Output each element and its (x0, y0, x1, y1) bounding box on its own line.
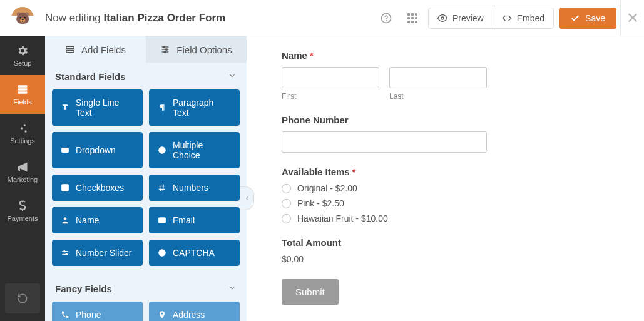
svg-point-2 (441, 17, 444, 19)
close-icon[interactable]: ✕ (620, 0, 644, 36)
save-button[interactable]: Save (559, 8, 616, 29)
phone-input[interactable] (282, 131, 487, 153)
embed-button[interactable]: Embed (493, 8, 553, 28)
field-dropdown[interactable]: Dropdown (52, 132, 143, 168)
submit-button[interactable]: Submit (282, 279, 339, 305)
field-number-slider[interactable]: Number Slider (52, 240, 143, 266)
help-icon[interactable] (376, 8, 397, 29)
svg-point-25 (64, 251, 65, 252)
nav-fields[interactable]: Fields (0, 75, 45, 114)
nav-revision[interactable] (5, 283, 40, 313)
fields-panel: Add Fields Field Options Standard Fields… (45, 36, 247, 321)
nav-settings[interactable]: Settings (0, 114, 45, 153)
collapse-panel-button[interactable] (240, 186, 254, 210)
nav-setup[interactable]: Setup (0, 36, 45, 75)
svg-point-16 (164, 51, 166, 53)
svg-rect-3 (18, 85, 28, 87)
svg-point-21 (64, 217, 67, 220)
svg-point-7 (21, 127, 23, 129)
chevron-down-icon (228, 71, 237, 82)
apps-grid-icon[interactable] (402, 8, 423, 29)
svg-point-8 (24, 130, 26, 132)
field-paragraph-text[interactable]: Paragraph Text (149, 89, 240, 126)
svg-point-15 (166, 49, 168, 51)
field-single-line-text[interactable]: Single Line Text (52, 89, 143, 126)
preview-field-items[interactable]: Available Items * Original - $2.00 Pink … (282, 166, 614, 223)
svg-point-19 (161, 149, 164, 152)
form-preview: Name * First Last Phone Number Available… (247, 36, 644, 321)
last-name-input[interactable] (389, 67, 487, 88)
item-option-0[interactable]: Original - $2.00 (282, 183, 614, 193)
nav-marketing[interactable]: Marketing (0, 153, 45, 191)
preview-field-phone[interactable]: Phone Number (282, 115, 614, 153)
preview-field-total[interactable]: Total Amount $0.00 (282, 237, 614, 264)
page-title: Now editing Italian Pizza Order Form (45, 12, 225, 24)
app-logo[interactable]: 🐻 (0, 0, 45, 36)
total-amount-value: $0.00 (282, 254, 614, 264)
field-captcha[interactable]: CAPTCHA (149, 240, 240, 266)
first-name-label: First (282, 92, 379, 101)
svg-point-28 (162, 255, 163, 255)
preview-button[interactable]: Preview (429, 8, 493, 28)
svg-rect-10 (66, 50, 74, 52)
preview-embed-group: Preview Embed (428, 8, 554, 29)
left-nav: Setup Fields Settings Marketing Payments (0, 36, 45, 321)
topbar: 🐻 Now editing Italian Pizza Order Form P… (0, 0, 644, 36)
svg-rect-9 (66, 46, 74, 48)
section-fancy-fields[interactable]: Fancy Fields (45, 275, 247, 302)
item-option-2[interactable]: Hawaiian Fruit - $10.00 (282, 213, 614, 223)
svg-point-14 (163, 46, 165, 48)
svg-rect-4 (18, 88, 28, 90)
field-multiple-choice[interactable]: Multiple Choice (149, 132, 240, 168)
preview-field-name[interactable]: Name * First Last (282, 50, 614, 101)
field-phone[interactable]: Phone (52, 302, 143, 321)
chevron-down-icon (228, 283, 237, 294)
tab-add-fields[interactable]: Add Fields (45, 36, 146, 63)
field-numbers[interactable]: Numbers (149, 175, 240, 201)
svg-point-6 (24, 124, 26, 126)
field-checkboxes[interactable]: Checkboxes (52, 175, 143, 201)
field-address[interactable]: Address (149, 302, 240, 321)
field-name[interactable]: Name (52, 207, 143, 233)
svg-point-26 (66, 253, 67, 255)
nav-payments[interactable]: Payments (0, 191, 45, 230)
section-standard-fields[interactable]: Standard Fields (45, 63, 247, 89)
svg-rect-5 (18, 91, 28, 93)
item-option-1[interactable]: Pink - $2.50 (282, 198, 614, 208)
last-name-label: Last (389, 92, 487, 101)
tab-field-options[interactable]: Field Options (146, 36, 247, 63)
field-email[interactable]: Email (149, 207, 240, 233)
first-name-input[interactable] (282, 67, 379, 88)
svg-point-1 (386, 20, 387, 21)
